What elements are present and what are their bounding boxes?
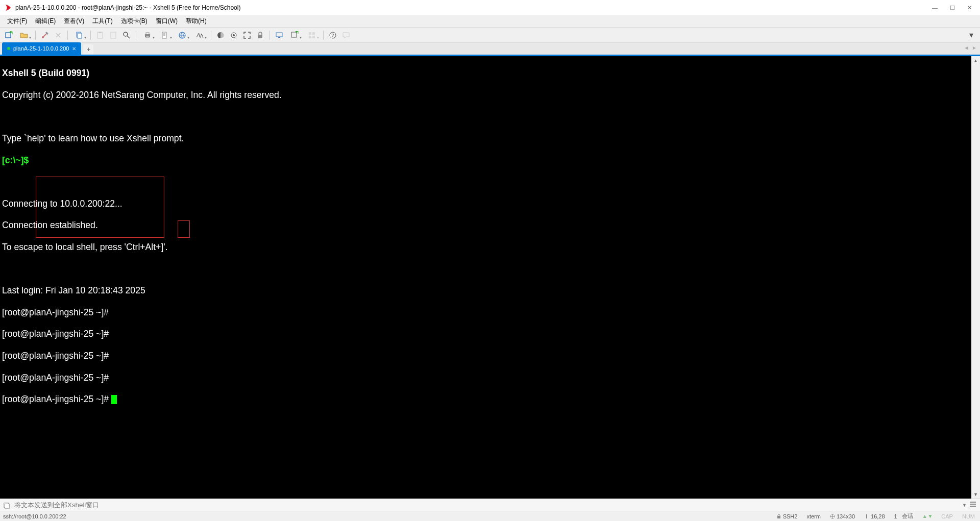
svg-rect-9 <box>146 33 149 34</box>
terminal-line: Last login: Fri Jan 10 20:18:43 2025 <box>2 285 978 296</box>
close-button[interactable]: ✕ <box>967 5 972 11</box>
toolbar-separator <box>35 31 36 40</box>
help-icon[interactable]: ? <box>327 30 338 41</box>
toolbar-separator <box>67 31 68 40</box>
menu-view[interactable]: 查看(V) <box>60 15 88 27</box>
terminal-prompt-line: [root@planA-jingshi-25 ~]# <box>2 351 978 361</box>
menu-file[interactable]: 文件(F) <box>3 15 31 27</box>
status-protocol: SSH2 <box>783 513 798 519</box>
menu-tools[interactable]: 工具(T) <box>88 15 116 27</box>
terminal-line: To escape to local shell, press 'Ctrl+Al… <box>2 242 978 253</box>
status-bar: ssh://root@10.0.0.200:22 SSH2 xterm 134x… <box>0 511 980 521</box>
scroll-up-icon[interactable]: ▲ <box>971 56 980 65</box>
svg-rect-21 <box>309 32 311 35</box>
status-uri: ssh://root@10.0.0.200:22 <box>3 513 769 519</box>
toolbar: A ? ▾ <box>0 28 980 43</box>
minimize-button[interactable]: — <box>932 5 938 11</box>
properties-icon[interactable] <box>39 30 51 41</box>
paste-icon[interactable] <box>94 30 106 41</box>
status-caps: CAP <box>939 513 955 519</box>
menu-bar: 文件(F) 编辑(E) 查看(V) 工具(T) 选项卡(B) 窗口(W) 帮助(… <box>0 15 980 28</box>
feedback-icon[interactable] <box>340 30 352 41</box>
svg-rect-18 <box>276 33 282 37</box>
svg-rect-23 <box>309 36 311 38</box>
toolbar-separator <box>90 31 91 40</box>
status-session-label: 会话 <box>902 512 913 520</box>
connection-status-icon <box>7 47 10 50</box>
find-icon[interactable] <box>121 30 132 41</box>
tab-next-icon[interactable]: ► <box>972 45 977 51</box>
menu-edit[interactable]: 编辑(E) <box>31 15 60 27</box>
svg-point-7 <box>124 32 128 36</box>
svg-point-1 <box>42 36 44 38</box>
svg-rect-29 <box>777 516 780 518</box>
open-session-icon[interactable] <box>16 30 32 41</box>
tab-prev-icon[interactable]: ◄ <box>964 45 969 51</box>
window-titlebar: planA-25-1-10.0.0.200 - root@planA-jings… <box>0 0 980 15</box>
print-icon[interactable] <box>140 30 155 41</box>
tab-close-icon[interactable]: ✕ <box>72 46 76 52</box>
terminal-line: Connection established. <box>2 220 978 231</box>
toolbar-separator <box>136 31 136 40</box>
terminal-line: Connecting to 10.0.0.200:22... <box>2 199 978 209</box>
svg-rect-11 <box>162 32 166 38</box>
terminal-prompt-line: [root@planA-jingshi-25 ~]# <box>2 373 978 383</box>
lock-icon[interactable] <box>255 30 266 41</box>
new-window-icon[interactable] <box>287 30 302 41</box>
svg-rect-0 <box>6 33 11 38</box>
svg-rect-30 <box>866 514 867 518</box>
status-termtype: xterm <box>804 513 823 519</box>
compose-bar: ▼ <box>0 499 980 511</box>
xftp-icon[interactable] <box>274 30 285 41</box>
menu-tabs[interactable]: 选项卡(B) <box>117 15 152 27</box>
broadcast-icon[interactable] <box>3 502 10 509</box>
svg-rect-10 <box>146 36 149 38</box>
terminal-prompt-line: [root@planA-jingshi-25 ~]# <box>2 329 978 339</box>
svg-rect-19 <box>278 37 280 38</box>
toolbar-separator <box>323 31 324 40</box>
app-icon <box>4 4 12 12</box>
terminal-line <box>2 264 978 275</box>
svg-rect-20 <box>291 32 297 37</box>
toolbar-options-icon[interactable]: ▾ <box>966 30 977 41</box>
terminal-line <box>2 177 978 187</box>
svg-text:?: ? <box>332 33 334 38</box>
highlight-icon[interactable] <box>228 30 239 41</box>
status-cursor-pos: 16,28 <box>871 513 885 519</box>
font-icon[interactable]: A <box>192 30 207 41</box>
menu-help[interactable]: 帮助(H) <box>182 15 211 27</box>
scroll-down-icon[interactable]: ▼ <box>971 490 980 499</box>
color-scheme-icon[interactable] <box>215 30 226 41</box>
paste-select-icon[interactable] <box>108 30 119 41</box>
terminal-pane[interactable]: Xshell 5 (Build 0991) Copyright (c) 2002… <box>0 56 980 499</box>
svg-rect-28 <box>5 504 10 508</box>
svg-rect-17 <box>258 35 262 38</box>
compose-target-dropdown[interactable]: ▼ <box>962 503 967 508</box>
log-icon[interactable] <box>157 30 173 41</box>
svg-rect-3 <box>78 33 82 38</box>
menu-window[interactable]: 窗口(W) <box>152 15 182 27</box>
terminal-cursor <box>111 395 117 404</box>
terminal-local-prompt: [c:\~]$ <box>2 155 29 165</box>
compose-input[interactable] <box>12 500 960 510</box>
reconnect-icon[interactable] <box>53 30 64 41</box>
terminal-line: Type `help' to learn how to use Xshell p… <box>2 133 978 144</box>
svg-text:A: A <box>196 32 200 38</box>
svg-point-16 <box>233 34 235 36</box>
status-size: 134x30 <box>837 513 855 519</box>
new-session-icon[interactable] <box>3 30 14 41</box>
fullscreen-icon[interactable] <box>241 30 253 41</box>
session-tab[interactable]: planA-25-1-10.0.0.200 ✕ <box>2 42 81 55</box>
terminal-line: Copyright (c) 2002-2016 NetSarang Comput… <box>2 90 978 101</box>
new-tab-button[interactable]: + <box>83 44 93 55</box>
compose-menu-icon[interactable] <box>969 500 977 510</box>
terminal-scrollbar[interactable]: ▲ ▼ <box>971 56 980 499</box>
scroll-track[interactable] <box>971 65 980 490</box>
tile-icon[interactable] <box>304 30 320 41</box>
svg-rect-5 <box>99 32 102 33</box>
maximize-button[interactable]: ☐ <box>950 5 955 11</box>
window-title: planA-25-1-10.0.0.200 - root@planA-jings… <box>15 4 932 11</box>
copy-icon[interactable] <box>71 30 87 41</box>
svg-rect-6 <box>111 32 116 38</box>
encoding-icon[interactable] <box>175 30 190 41</box>
